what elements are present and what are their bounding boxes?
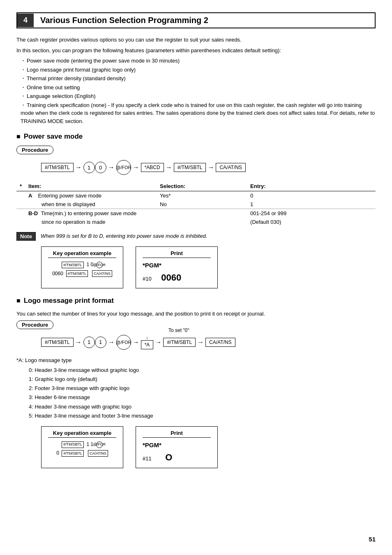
td-entry-1: 1 bbox=[247, 200, 376, 209]
note-text-1: When 999 is set for B to D, entering int… bbox=[41, 232, 207, 239]
arrow9: → bbox=[155, 339, 161, 346]
section-title: Various Function Selection Programming 2 bbox=[34, 13, 215, 28]
page-header: 4 Various Function Selection Programming… bbox=[16, 12, 376, 28]
note-label-1: Note bbox=[16, 232, 36, 241]
td-since: since no operation is made bbox=[25, 218, 157, 226]
flow-star-abcd: *ABCD bbox=[141, 163, 164, 172]
td-star-a bbox=[16, 191, 25, 200]
flow-box-sbtl3: #/TM/SBTL bbox=[41, 338, 74, 347]
arrow6: → bbox=[75, 339, 82, 346]
td-code-bd: B-D Time(min.) to entering power save mo… bbox=[25, 209, 157, 218]
flow-box-sbtl2: #/TM/SBTL bbox=[174, 163, 206, 172]
power-save-table: * Item: Selection: Entry: A Entering pow… bbox=[16, 181, 376, 226]
td-sel-yes: Yes* bbox=[157, 191, 247, 200]
bullet-1: Power save mode (entering the power save… bbox=[21, 57, 376, 65]
logo-intro: You can select the number of lines for y… bbox=[16, 310, 376, 318]
logo-section-title: Logo message print format bbox=[16, 297, 376, 305]
logo-type-3: 3: Header 6-line message bbox=[29, 393, 376, 402]
key-sbtl-4: #/TM/SBTL bbox=[62, 450, 84, 457]
td-sel-bd2 bbox=[157, 218, 247, 226]
th-item: Item: bbox=[25, 181, 157, 191]
print-box-2: Print *PGM* #11 O bbox=[136, 426, 218, 468]
bullet-2: Logo message print format (graphic logo … bbox=[21, 66, 376, 74]
key-ca-1: CA/AT/NS bbox=[92, 270, 112, 277]
print-hash11: #11 bbox=[143, 455, 152, 462]
intro-line1: The cash register provides various optio… bbox=[16, 36, 376, 44]
arrow2: → bbox=[108, 164, 115, 171]
print-0060: 0060 bbox=[161, 272, 181, 283]
power-save-section-title: Power save mode bbox=[16, 132, 376, 141]
td-entry-bd1: 001-254 or 999 bbox=[247, 209, 376, 218]
procedure-tag-1: Procedure bbox=[16, 146, 53, 154]
key-sbtl-2: #/TM/SBTL bbox=[66, 270, 88, 277]
procedure-tag-2: Procedure bbox=[16, 320, 53, 329]
section-number: 4 bbox=[17, 14, 34, 27]
intro-bullets: Power save mode (entering the power save… bbox=[21, 57, 376, 125]
flow-box-ca2: CA/AT/NS bbox=[205, 338, 235, 347]
flow-circle-0: 0 bbox=[95, 162, 106, 173]
key-op-content-2: #/TM/SBTL 1 1 @/FOR 0 #/TM/SBTL CA/AT/NS bbox=[48, 440, 116, 458]
flow-box-sbtl1: #/TM/SBTL bbox=[41, 163, 74, 172]
logo-type-0: 0: Header 3-line message without graphic… bbox=[29, 366, 376, 375]
print-pgm-1: *PGM* bbox=[143, 262, 161, 269]
key-sbtl-1: #/TM/SBTL bbox=[62, 262, 84, 268]
flow-box-ca1: CA/AT/NS bbox=[216, 163, 245, 172]
table-row-a1: A Entering power save mode Yes* 0 bbox=[16, 191, 376, 200]
th-star: * bbox=[16, 181, 25, 191]
print-title-1: Print bbox=[143, 250, 211, 258]
table-row-bd2: since no operation is made (Default 030) bbox=[16, 218, 376, 226]
print-o: O bbox=[165, 452, 172, 462]
bullet-4: Online time out setting bbox=[21, 84, 376, 92]
td-when-displayed: when time is displayed bbox=[25, 200, 157, 209]
key-op-box-1: Key operation example #/TM/SBTL 1 0 @/FO… bbox=[41, 246, 123, 288]
td-star-bd bbox=[16, 209, 25, 218]
flow-star-a: *A bbox=[141, 340, 154, 349]
flow-box-sbtl4: #/TM/SBTL bbox=[163, 338, 196, 347]
arrow8: → bbox=[133, 339, 139, 346]
bullet-3: Thermal printer density (standard densit… bbox=[21, 74, 376, 83]
example-print-row-1: Key operation example #/TM/SBTL 1 0 @/FO… bbox=[41, 246, 376, 288]
arrow4: → bbox=[166, 164, 172, 171]
print-hash10: #10 bbox=[143, 276, 152, 282]
page-number: 51 bbox=[369, 536, 376, 543]
procedure-block-1: Procedure #/TM/SBTL → 1 0 → @/FOR → *ABC… bbox=[16, 146, 376, 175]
print-box-1: Print *PGM* #10 0060 bbox=[136, 246, 218, 288]
key-for-1: @/FOR bbox=[96, 262, 103, 268]
to-set-label: To set "0" bbox=[168, 327, 189, 333]
note-box-1: Note When 999 is set for B to D, enterin… bbox=[16, 232, 376, 241]
table-row-a2: when time is displayed No 1 bbox=[16, 200, 376, 209]
print-content-1: *PGM* #10 0060 bbox=[143, 260, 211, 285]
key-op-content-1: #/TM/SBTL 1 0 @/FOR 0060 #/TM/SBTL CA/AT… bbox=[48, 260, 116, 278]
td-sel-no: No bbox=[157, 200, 247, 209]
th-selection: Selection: bbox=[157, 181, 247, 191]
table-row-bd1: B-D Time(min.) to entering power save mo… bbox=[16, 209, 376, 218]
arrow1: → bbox=[75, 164, 82, 171]
key-ca-2: CA/AT/NS bbox=[88, 450, 108, 457]
key-sbtl-3: #/TM/SBTL bbox=[62, 441, 84, 448]
flow-box-for1: @/FOR bbox=[116, 160, 131, 175]
flow-box-for2: @/FOR bbox=[116, 335, 131, 350]
key-op-title-2: Key operation example bbox=[48, 430, 116, 438]
arrow3: → bbox=[133, 164, 139, 171]
logo-type-5: 5: Header 3-line message and footer 3-li… bbox=[29, 411, 376, 420]
bullet-5: Language selection (English) bbox=[21, 92, 376, 100]
intro-line2: In this section, you can program the fol… bbox=[16, 46, 376, 55]
td-empty2 bbox=[16, 218, 25, 226]
bullet-6: Training clerk specification (none) - If… bbox=[21, 101, 376, 125]
star-a-label: *A: Logo message type bbox=[16, 356, 376, 365]
td-empty1 bbox=[16, 200, 25, 209]
flow-circle-1: 1 bbox=[83, 162, 95, 173]
th-entry: Entry: bbox=[247, 181, 376, 191]
logo-type-2: 2: Footer 3-line message with graphic lo… bbox=[29, 384, 376, 393]
td-entry-0: 0 bbox=[247, 191, 376, 200]
logo-type-list: 0: Header 3-line message without graphic… bbox=[29, 366, 376, 420]
arrow10: → bbox=[197, 339, 204, 346]
example-print-row-2: Key operation example #/TM/SBTL 1 1 @/FO… bbox=[41, 426, 376, 468]
print-pgm-2: *PGM* bbox=[143, 441, 161, 448]
arrow7: → bbox=[108, 339, 115, 346]
key-for-2: @/FOR bbox=[96, 441, 103, 448]
print-title-2: Print bbox=[143, 430, 211, 438]
td-code-a: A Entering power save mode bbox=[25, 191, 157, 200]
procedure-block-2: Procedure To set "0" #/TM/SBTL → 1 1 → @… bbox=[16, 320, 376, 350]
key-op-box-2: Key operation example #/TM/SBTL 1 1 @/FO… bbox=[41, 426, 123, 468]
